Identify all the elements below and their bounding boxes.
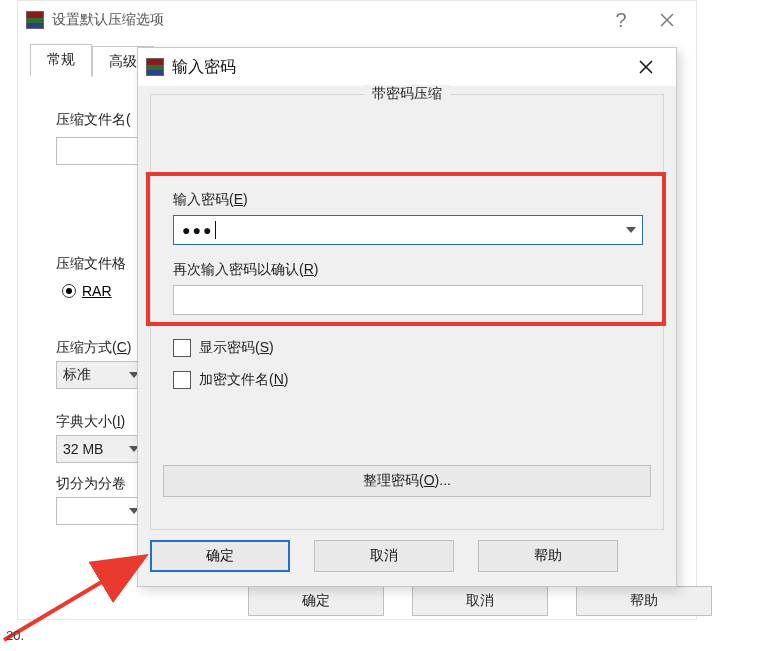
stray-text: 20. [6, 628, 24, 643]
dict-size-value: 32 MB [63, 441, 103, 457]
cancel-button[interactable]: 取消 [314, 540, 454, 572]
pw-button-bar: 确定 取消 帮助 [150, 540, 664, 574]
dict-size-combo-stub[interactable]: 32 MB [56, 435, 148, 463]
close-button[interactable] [624, 52, 668, 82]
checkbox-icon [173, 371, 191, 389]
text-caret [215, 221, 216, 239]
checkbox-icon [173, 339, 191, 357]
password-input[interactable]: ●●● [173, 215, 643, 245]
label-archive-name: 压缩文件名( [56, 111, 131, 129]
pw-titlebar: 输入密码 [138, 48, 676, 86]
pw-groupbox: 带密码压缩 输入密码(E) ●●● 再次输入密码以确认(R) 显示密码(S) [150, 94, 664, 530]
checkbox-encrypt-filenames[interactable]: 加密文件名(N) [173, 371, 288, 389]
chevron-down-icon[interactable] [626, 227, 636, 233]
label-dict-size: 字典大小(I) [56, 413, 125, 431]
tab-general[interactable]: 常规 [30, 44, 92, 77]
enter-password-dialog: 输入密码 带密码压缩 输入密码(E) ●●● 再次输入密码以确认(R) [137, 47, 677, 587]
parent-button-bar: 确定 取消 帮助 [248, 586, 712, 616]
help-button[interactable]: ? [598, 4, 644, 36]
organize-passwords-button[interactable]: 整理密码(O)... [163, 465, 651, 497]
method-value: 标准 [63, 366, 91, 384]
close-button[interactable] [644, 4, 690, 36]
radio-dot-icon [62, 284, 76, 298]
method-combo-stub[interactable]: 标准 [56, 361, 148, 389]
pw-group-title: 带密码压缩 [151, 85, 663, 103]
label-reenter-password: 再次输入密码以确认(R) [173, 261, 318, 279]
parent-help-button[interactable]: 帮助 [576, 586, 712, 616]
parent-titlebar: 设置默认压缩选项 ? [18, 1, 696, 39]
password-value: ●●● [182, 222, 213, 238]
help-button[interactable]: 帮助 [478, 540, 618, 572]
parent-cancel-button[interactable]: 取消 [412, 586, 548, 616]
label-enter-password: 输入密码(E) [173, 191, 248, 209]
parent-title: 设置默认压缩选项 [52, 11, 598, 29]
pw-title: 输入密码 [172, 57, 624, 78]
archive-name-field-stub[interactable] [56, 137, 148, 165]
radio-rar-label: RAR [82, 283, 112, 299]
ok-button[interactable]: 确定 [150, 540, 290, 572]
parent-ok-button[interactable]: 确定 [248, 586, 384, 616]
password-confirm-input[interactable] [173, 285, 643, 315]
app-icon [26, 11, 44, 29]
pw-body: 带密码压缩 输入密码(E) ●●● 再次输入密码以确认(R) 显示密码(S) [150, 94, 664, 530]
app-icon [146, 58, 164, 76]
label-method: 压缩方式(C) [56, 339, 131, 357]
split-combo-stub[interactable] [56, 497, 148, 525]
label-archive-format: 压缩文件格 [56, 255, 126, 273]
checkbox-show-password[interactable]: 显示密码(S) [173, 339, 274, 357]
radio-rar[interactable]: RAR [62, 283, 112, 299]
label-split: 切分为分卷 [56, 475, 126, 493]
